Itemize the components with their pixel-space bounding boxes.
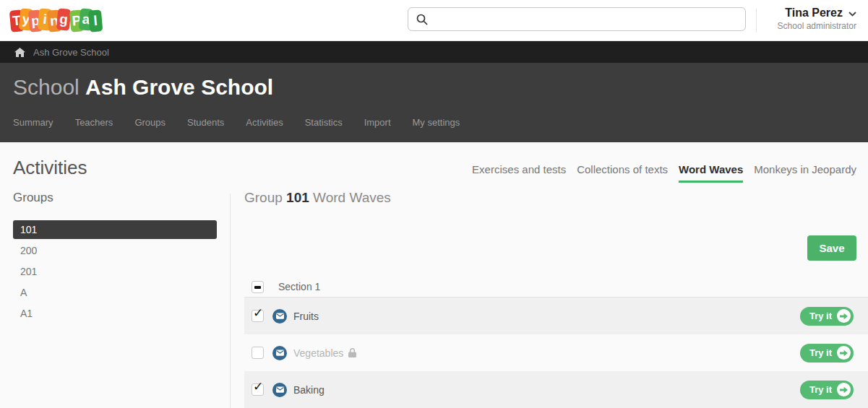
typingpal-logo[interactable]: T y p i n g P a l — [10, 9, 98, 31]
page-title-prefix: School — [13, 75, 80, 99]
nav-item[interactable]: My settings — [413, 117, 460, 128]
user-role: School administrator — [778, 21, 856, 31]
group-list-item[interactable]: A1 — [13, 304, 217, 323]
divider — [230, 194, 231, 408]
try-it-label: Try it — [809, 384, 832, 395]
activity-row: ✓ Vegetables Try it — [244, 334, 868, 371]
nav-item[interactable]: Summary — [13, 117, 53, 128]
groups-panel-title: Groups — [13, 191, 53, 205]
heading-suffix: Word Waves — [313, 190, 391, 205]
arrow-right-icon — [837, 346, 851, 360]
word-wave-envelope-icon — [272, 383, 287, 397]
home-icon[interactable] — [14, 48, 25, 57]
try-it-button[interactable]: Try it — [800, 344, 854, 363]
activity-checkbox[interactable]: ✓ — [252, 383, 264, 396]
top-bar: T y p i n g P a l — [0, 0, 868, 41]
activity-checkbox[interactable]: ✓ — [252, 310, 264, 322]
try-it-button[interactable]: Try it — [800, 381, 854, 399]
save-button[interactable]: Save — [807, 235, 856, 261]
activity-rows: ✓ Fruits Try it — [244, 298, 868, 408]
word-wave-envelope-icon — [272, 346, 287, 360]
group-list-item[interactable]: 101 — [13, 220, 217, 239]
page-title: School Ash Grove School — [13, 74, 273, 100]
logo-letter: g — [56, 8, 72, 30]
user-name: Tina Perez — [785, 6, 843, 19]
group-list-item[interactable]: 201 — [13, 262, 217, 281]
activity-tabs: Exercises and tests Collections of texts… — [472, 163, 856, 183]
nav-item[interactable]: Teachers — [75, 117, 113, 128]
page-title-name: Ash Grove School — [85, 75, 273, 99]
section-label: Section 1 — [278, 281, 320, 292]
nav-item[interactable]: Statistics — [305, 117, 343, 128]
activity-tab[interactable]: Exercises and tests — [472, 163, 566, 183]
search-icon — [416, 14, 428, 25]
group-word-waves-heading: Group 101 Word Waves — [244, 190, 391, 206]
group-list: 101 200 201 A A1 — [13, 220, 217, 325]
search-box — [408, 7, 746, 31]
search-input[interactable] — [434, 13, 745, 26]
logo-letter: l — [88, 9, 103, 32]
try-it-label: Try it — [809, 347, 832, 358]
word-wave-envelope-icon — [272, 309, 287, 324]
activity-label: Vegetables — [293, 347, 343, 359]
nav-item[interactable]: Activities — [246, 117, 283, 128]
try-it-button[interactable]: Try it — [800, 307, 854, 326]
lock-icon — [348, 348, 356, 357]
check-icon: ✓ — [253, 379, 263, 394]
activity-row: ✓ Fruits Try it — [244, 298, 868, 334]
activity-tab[interactable]: Word Waves — [679, 163, 743, 183]
section-select-all-checkbox[interactable] — [252, 281, 264, 293]
user-menu[interactable]: Tina Perez School administrator — [778, 6, 856, 31]
breadcrumb: Ash Grove School — [0, 41, 868, 63]
activity-tab[interactable]: Monkeys in Jeopardy — [754, 163, 856, 183]
nav-item[interactable]: Groups — [134, 117, 166, 128]
group-list-item[interactable]: 200 — [13, 241, 217, 260]
minus-icon — [254, 286, 261, 289]
arrow-right-icon — [837, 309, 851, 323]
typingpal-app: T y p i n g P a l — [0, 0, 868, 408]
heading-prefix: Group — [244, 190, 283, 205]
try-it-label: Try it — [809, 311, 832, 321]
divider — [756, 9, 757, 32]
activity-label: Baking — [293, 384, 325, 396]
school-nav: Summary Teachers Groups Students Activit… — [13, 117, 460, 128]
arrow-right-icon — [837, 383, 851, 396]
nav-item[interactable]: Students — [187, 117, 224, 128]
school-header: School Ash Grove School Summary Teachers… — [0, 63, 868, 142]
chevron-down-icon — [848, 12, 856, 17]
heading-group-number: 101 — [286, 190, 309, 205]
activity-tab[interactable]: Collections of texts — [577, 163, 668, 183]
nav-item[interactable]: Import — [364, 117, 391, 128]
section-header-row: Section 1 — [244, 277, 868, 298]
activity-label: Fruits — [293, 311, 319, 322]
check-icon: ✓ — [253, 305, 263, 321]
activity-checkbox[interactable]: ✓ — [252, 347, 264, 359]
activity-row: ✓ Baking Try it — [244, 371, 868, 408]
activities-title: Activities — [13, 157, 87, 178]
group-list-item[interactable]: A — [13, 283, 217, 302]
breadcrumb-school[interactable]: Ash Grove School — [33, 47, 109, 58]
